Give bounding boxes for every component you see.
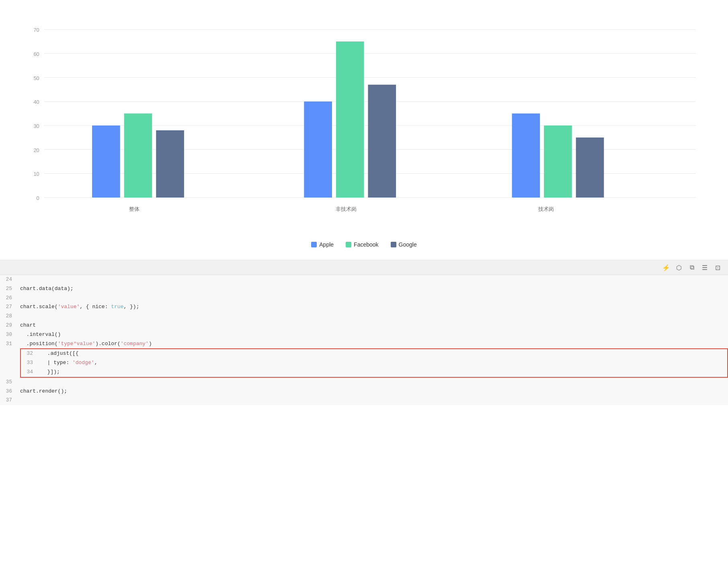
code-line-25: 25 chart.data(data); [0,284,728,294]
bar-fei-google [368,85,396,198]
code-section: ⚡ ⬡ ⧉ ☰ ⊡ 24 25 chart.data(data); 26 27 … [0,260,728,405]
code-editor: 24 25 chart.data(data); 26 27 chart.scal… [0,275,728,405]
bar-fei-facebook [336,41,364,198]
bar-chart-svg: 70 60 50 40 30 20 10 [24,12,704,237]
code-line-33: 33 | type: 'dodge', [21,358,727,368]
svg-text:40: 40 [33,99,39,105]
code-line-28: 28 [0,312,728,321]
bar-fei-apple [304,101,332,198]
svg-text:10: 10 [33,171,39,177]
list-icon[interactable]: ☰ [701,263,709,272]
flash-icon[interactable]: ⚡ [662,263,670,272]
code-line-26: 26 [0,294,728,303]
svg-text:0: 0 [37,195,39,201]
legend-dot-apple [311,242,317,247]
code-line-27: 27 chart.scale('value', { nice: true, })… [0,302,728,312]
svg-text:50: 50 [33,75,39,81]
legend-label-google: Google [399,241,417,248]
legend-label-facebook: Facebook [354,241,378,248]
svg-text:20: 20 [33,147,39,153]
cube-icon[interactable]: ⬡ [675,263,683,272]
highlight-block: 32 .adjust([{ 33 | type: 'dodge', 34 }])… [0,348,728,377]
code-line-36: 36 chart.render(); [0,387,728,396]
bar-jishu-facebook [544,126,572,198]
chart-legend: Apple Facebook Google [24,241,704,248]
svg-text:70: 70 [33,27,39,33]
code-line-32: 32 .adjust([{ [21,349,727,358]
legend-dot-google [391,242,396,247]
legend-label-apple: Apple [319,241,334,248]
code-line-37: 37 [0,396,728,405]
code-line-30: 30 .interval() [0,330,728,339]
bar-zhengti-facebook [124,113,152,198]
svg-text:30: 30 [33,123,39,129]
bar-zhengti-google [156,130,184,198]
chart-container: 70 60 50 40 30 20 10 [24,12,704,237]
legend-item-facebook: Facebook [346,241,378,248]
svg-text:整体: 整体 [129,206,139,212]
legend-item-apple: Apple [311,241,334,248]
bar-jishu-google [576,138,604,198]
code-line-24: 24 [0,275,728,284]
svg-text:60: 60 [33,51,39,57]
bar-zhengti-apple [92,126,120,198]
legend-dot-facebook [346,242,351,247]
code-toolbar: ⚡ ⬡ ⧉ ☰ ⊡ [0,260,728,275]
code-line-34: 34 }]); [21,368,727,377]
expand-icon[interactable]: ⊡ [714,263,722,272]
code-line-35: 35 [0,378,728,387]
copy-icon[interactable]: ⧉ [688,263,696,272]
code-line-29: 29 chart [0,321,728,330]
code-line-31: 31 .position('type*value').color('compan… [0,339,728,349]
bar-jishu-apple [512,113,540,198]
svg-text:技术岗: 技术岗 [538,206,554,212]
svg-text:非技术岗: 非技术岗 [336,206,357,212]
legend-item-google: Google [391,241,417,248]
chart-section: 70 60 50 40 30 20 10 [0,0,728,260]
